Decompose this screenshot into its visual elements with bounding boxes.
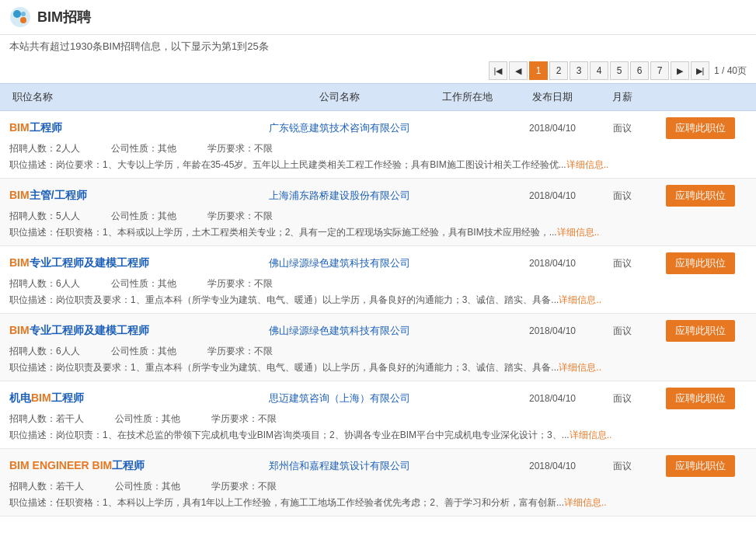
company-link[interactable]: 郑州信和嘉程建筑设计有限公司 [269,460,410,471]
job-title-link[interactable]: BIM ENGINEER BIM工程师 [9,459,145,471]
pagination: |◀ ◀ 1 2 3 4 5 6 7 ▶ ▶| 1 / 40页 [0,58,756,83]
company-link[interactable]: 上海浦东路桥建设股份有限公司 [269,190,410,201]
detail-link[interactable]: 详细信息.. [557,227,600,238]
salary-cell: 面议 [591,122,653,135]
company-nature: 公司性质：其他 [111,345,176,358]
job-title-cell: 机电BIM工程师 [9,391,258,405]
company-link[interactable]: 佛山绿源绿色建筑科技有限公司 [269,325,410,336]
job-title-cell: BIM工程师 [9,121,258,135]
job-description: 职位描述：岗位职责及要求：1、重点本科（所学专业为建筑、电气、暖通）以上学历，具… [9,293,747,307]
apply-button[interactable]: 应聘此职位 [666,455,735,477]
job-title-cell: BIM专业工程师及建模工程师 [9,324,258,338]
page-header: BIM招聘 [0,0,756,35]
page-btn-5[interactable]: 5 [610,61,629,80]
job-description: 职位描述：岗位职责及要求：1、重点本科（所学专业为建筑、电气、暖通）以上学历，具… [9,360,747,374]
job-title-cell: BIM ENGINEER BIM工程师 [9,459,258,473]
svg-point-1 [13,10,21,18]
job-meta: 招聘人数：若干人 公司性质：其他 学历要求：不限 [9,412,747,426]
recruit-count: 招聘人数：6人人 [9,277,80,290]
col-header-salary: 月薪 [591,89,653,106]
page-btn-4[interactable]: 4 [590,61,608,80]
prev-page-btn[interactable]: ◀ [509,61,528,80]
company-nature: 公司性质：其他 [111,210,176,223]
col-header-location: 工作所在地 [420,89,514,106]
job-title-cell: BIM主管/工程师 [9,189,258,203]
company-cell: 思迈建筑咨询（上海）有限公司 [258,391,420,405]
job-title-link[interactable]: BIM主管/工程师 [9,189,87,201]
page-btn-1[interactable]: 1 [529,61,548,80]
detail-link[interactable]: 详细信息.. [570,430,612,440]
apply-cell: 应聘此职位 [653,185,747,207]
job-meta: 招聘人数：6人人 公司性质：其他 学历要求：不限 [9,345,747,358]
table-row: BIM工程师 广东锐意建筑技术咨询有限公司 2018/04/10 面议 应聘此职… [0,111,756,179]
job-meta: 招聘人数：5人人 公司性质：其他 学历要求：不限 [9,210,747,223]
company-cell: 郑州信和嘉程建筑设计有限公司 [258,459,420,473]
table-row: BIM专业工程师及建模工程师 佛山绿源绿色建筑科技有限公司 2018/04/10… [0,314,756,381]
job-meta: 招聘人数：6人人 公司性质：其他 学历要求：不限 [9,277,747,290]
page-total: 1 / 40页 [714,64,747,78]
recruit-count: 招聘人数：5人人 [9,210,80,223]
apply-button[interactable]: 应聘此职位 [666,185,735,207]
date-cell: 2018/04/10 [514,461,591,471]
col-header-title: 职位名称 [9,89,258,106]
job-title-link[interactable]: BIM工程师 [9,121,62,134]
salary-cell: 面议 [591,460,653,473]
date-cell: 2018/04/10 [514,325,591,336]
company-cell: 佛山绿源绿色建筑科技有限公司 [258,256,420,270]
company-nature: 公司性质：其他 [115,480,180,493]
detail-link[interactable]: 详细信息.. [566,159,609,170]
next-page-btn[interactable]: ▶ [671,61,689,80]
col-header-date: 发布日期 [514,89,591,106]
svg-point-0 [10,7,30,27]
job-meta: 招聘人数：若干人 公司性质：其他 学历要求：不限 [9,480,747,493]
date-cell: 2018/04/10 [514,393,591,404]
job-meta: 招聘人数：2人人 公司性质：其他 学历要求：不限 [9,142,747,155]
apply-button[interactable]: 应聘此职位 [666,320,735,342]
page-btn-7[interactable]: 7 [650,61,669,80]
table-row: BIM专业工程师及建模工程师 佛山绿源绿色建筑科技有限公司 2018/04/10… [0,246,756,314]
apply-cell: 应聘此职位 [653,455,747,477]
salary-cell: 面议 [591,392,653,405]
svg-point-2 [20,17,26,23]
table-row: 机电BIM工程师 思迈建筑咨询（上海）有限公司 2018/04/10 面议 应聘… [0,381,756,449]
site-title: BIM招聘 [37,8,91,26]
job-title-link[interactable]: BIM专业工程师及建模工程师 [9,324,149,336]
company-cell: 广东锐意建筑技术咨询有限公司 [258,121,420,135]
page-btn-2[interactable]: 2 [549,61,568,80]
detail-link[interactable]: 详细信息.. [564,497,607,508]
education-req: 学历要求：不限 [207,345,273,358]
company-link[interactable]: 广东锐意建筑技术咨询有限公司 [269,122,410,134]
page-btn-3[interactable]: 3 [570,61,588,80]
first-page-btn[interactable]: |◀ [489,61,507,80]
job-title-link[interactable]: 机电BIM工程师 [9,391,84,404]
recruit-count: 招聘人数：若干人 [9,480,84,493]
apply-button[interactable]: 应聘此职位 [666,117,735,139]
apply-cell: 应聘此职位 [653,388,747,409]
table-row: BIM主管/工程师 上海浦东路桥建设股份有限公司 2018/04/10 面议 应… [0,179,756,246]
company-link[interactable]: 思迈建筑咨询（上海）有限公司 [269,392,410,404]
col-header-action [653,89,747,106]
job-description: 职位描述：任职资格：1、本科以上学历，具有1年以上工作经验，有施工工地场工作经验… [9,496,747,510]
recruit-count: 招聘人数：2人人 [9,142,80,155]
date-cell: 2018/04/10 [514,123,591,134]
date-cell: 2018/04/10 [514,258,591,269]
education-req: 学历要求：不限 [207,210,273,223]
apply-cell: 应聘此职位 [653,117,747,139]
company-link[interactable]: 佛山绿源绿色建筑科技有限公司 [269,257,410,269]
page-subtitle: 本站共有超过1930条BIM招聘信息，以下显示为第1到25条 [0,35,756,58]
company-cell: 佛山绿源绿色建筑科技有限公司 [258,324,420,338]
apply-button[interactable]: 应聘此职位 [666,252,735,274]
salary-cell: 面议 [591,257,653,270]
detail-link[interactable]: 详细信息.. [559,362,601,373]
apply-button[interactable]: 应聘此职位 [666,388,735,409]
last-page-btn[interactable]: ▶| [691,61,709,80]
date-cell: 2018/04/10 [514,190,591,201]
job-description: 职位描述：任职资格：1、本科或以上学历，土木工程类相关专业；2、具有一定的工程现… [9,225,747,239]
job-description: 职位描述：岗位要求：1、大专以上学历，年龄在35-45岁。五年以上土民建类相关工… [9,158,747,172]
detail-link[interactable]: 详细信息.. [559,294,601,305]
table-row: BIM ENGINEER BIM工程师 郑州信和嘉程建筑设计有限公司 2018/… [0,449,756,517]
education-req: 学历要求：不限 [211,412,277,426]
apply-cell: 应聘此职位 [653,320,747,342]
page-btn-6[interactable]: 6 [630,61,649,80]
job-title-link[interactable]: BIM专业工程师及建模工程师 [9,256,149,269]
